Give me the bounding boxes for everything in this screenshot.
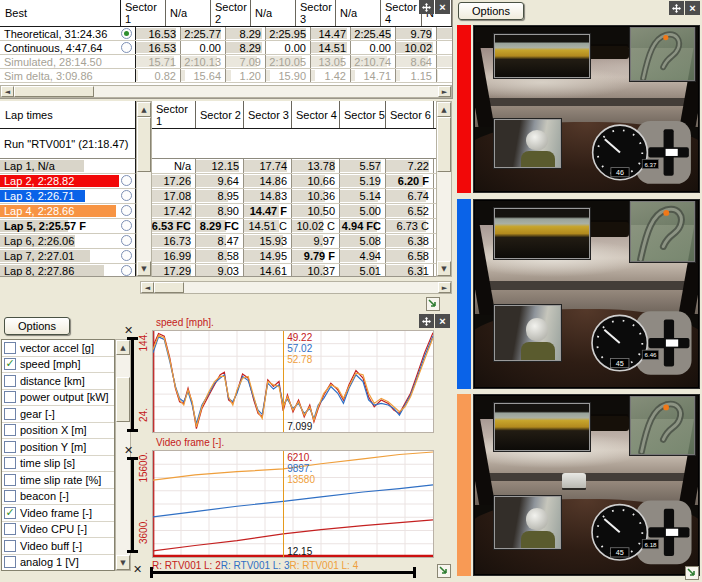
resize-grip-icon[interactable] [685, 566, 699, 580]
sector-cell: 2:10.74 [351, 55, 396, 68]
scroll-thumb[interactable] [14, 86, 94, 97]
checkbox[interactable] [4, 375, 16, 387]
lap-row[interactable]: Lap 2, 2:28.82 [0, 174, 136, 189]
radio-button[interactable] [121, 235, 132, 246]
lap-names-scrollbar[interactable]: ▲ ▼ [136, 101, 152, 277]
scroll-right-icon[interactable]: ► [438, 282, 451, 293]
value-bar [351, 70, 355, 81]
x-zoom-close-icon[interactable]: ✕ [133, 563, 142, 576]
checkbox[interactable] [4, 474, 16, 486]
best-row[interactable]: Continuous, 4:47.6416.530.008.290.0014.5… [0, 41, 452, 55]
axis-zoom-close-icon[interactable]: ✕ [124, 444, 133, 457]
lap-row[interactable]: Lap 3, 2:26.71 [0, 189, 136, 204]
scroll-up-icon[interactable]: ▲ [437, 102, 451, 117]
run-label-row[interactable]: Run "RTV001" (21:18.47) [0, 129, 136, 159]
scroll-up-icon[interactable]: ▲ [116, 340, 130, 355]
resize-grip-icon[interactable] [426, 297, 440, 311]
radio-button[interactable] [121, 250, 132, 261]
best-row-label: Sim delta, 3:09.86 [0, 69, 136, 82]
lap-row[interactable]: Lap 8, 2:27.86 [0, 264, 136, 277]
scroll-down-icon[interactable]: ▼ [437, 261, 451, 276]
channel-row[interactable]: gear [-] [2, 406, 114, 423]
channel-row[interactable]: time slip rate [%] [2, 472, 114, 489]
video-frame[interactable]: 46 6.37 [473, 25, 700, 193]
channel-row[interactable]: beacon [-] [2, 489, 114, 506]
close-panel-icon[interactable]: × [435, 314, 450, 328]
channel-row[interactable]: power output [kW] [2, 390, 114, 407]
scroll-thumb[interactable] [437, 117, 451, 172]
scroll-right-icon[interactable]: ► [438, 86, 451, 97]
chart-cursor[interactable] [283, 331, 284, 432]
checkbox[interactable] [4, 556, 16, 568]
chart-cursor[interactable] [283, 451, 284, 557]
sector-cell: 2: [437, 55, 453, 68]
scroll-thumb[interactable] [154, 282, 184, 293]
scroll-down-icon[interactable]: ▼ [116, 555, 130, 570]
speed-y-zoom-bar[interactable] [131, 337, 134, 432]
lap-row[interactable]: Lap 6, 2:26.06 [0, 234, 136, 249]
move-panel-icon[interactable] [419, 0, 434, 14]
lap-table-scrollbar[interactable]: ▲ ▼ [436, 101, 452, 277]
radio-button[interactable] [121, 205, 132, 216]
checkbox[interactable] [4, 391, 16, 403]
radio-button[interactable] [121, 220, 132, 231]
channel-row[interactable]: analog 1 [V] [2, 555, 114, 572]
x-zoom-bar[interactable] [150, 571, 416, 574]
scroll-thumb[interactable] [137, 117, 151, 172]
checkbox[interactable]: ✓ [4, 358, 16, 370]
channel-row[interactable]: Video buff [-] [2, 538, 114, 555]
radio-button[interactable] [121, 42, 132, 53]
channel-row[interactable]: ✓Video frame [-] [2, 505, 114, 522]
channel-row[interactable]: time slip [s] [2, 456, 114, 473]
scroll-down-icon[interactable]: ▼ [137, 261, 151, 276]
checkbox[interactable] [4, 490, 16, 502]
videoframe-chart-title: Video frame [-]. [156, 437, 224, 448]
column-header: Sector 1 [121, 0, 166, 26]
scroll-left-icon[interactable]: ◄ [1, 86, 14, 97]
radio-button[interactable] [121, 175, 132, 186]
close-panel-icon[interactable]: × [685, 1, 700, 15]
lap-row[interactable]: Lap 7, 2:27.01 [0, 249, 136, 264]
move-panel-icon[interactable] [669, 1, 684, 15]
checkbox[interactable] [4, 408, 16, 420]
axis-zoom-close-icon[interactable]: ✕ [124, 324, 133, 337]
checkbox[interactable]: ✓ [4, 507, 16, 519]
channel-row[interactable]: vector accel [g] [2, 340, 114, 357]
channel-row[interactable]: distance [km] [2, 373, 114, 390]
channel-row[interactable]: Video CPU [-] [2, 522, 114, 539]
speed-chart-plot[interactable]: 49.2257.0252.787.099 [152, 330, 434, 433]
channel-row[interactable]: position Y [m] [2, 439, 114, 456]
best-row[interactable]: Sim delta, 3:09.860.8215.641.2015.901.42… [0, 69, 452, 83]
best-row[interactable]: Theoretical, 31:24.3616.532:25.778.292:2… [0, 27, 452, 41]
radio-button[interactable] [121, 28, 132, 39]
scroll-thumb[interactable] [116, 377, 130, 422]
scroll-up-icon[interactable]: ▲ [137, 102, 151, 117]
best-h-scrollbar[interactable]: ◄ ► [0, 85, 452, 98]
radio-button[interactable] [121, 265, 132, 276]
videoframe-y-zoom-bar[interactable] [131, 457, 134, 553]
checkbox[interactable] [4, 424, 16, 436]
scroll-left-icon[interactable]: ◄ [141, 282, 154, 293]
lap-h-scrollbar[interactable]: ◄ ► [140, 281, 452, 294]
channel-row[interactable]: position X [m] [2, 423, 114, 440]
graph-options-button[interactable]: Options [4, 317, 70, 335]
checkbox[interactable] [4, 441, 16, 453]
video-options-button[interactable]: Options [458, 2, 524, 20]
sector-cell: 0.82 [136, 69, 181, 82]
close-panel-icon[interactable]: × [435, 0, 450, 14]
channel-row[interactable]: ✓speed [mph] [2, 357, 114, 374]
checkbox[interactable] [4, 457, 16, 469]
best-row[interactable]: Simulated, 28:14.5015.712:10.137.092:10.… [0, 55, 452, 69]
lap-row[interactable]: Lap 5, 2:25.57 F [0, 219, 136, 234]
lap-row[interactable]: Lap 1, N/a [0, 159, 136, 174]
checkbox[interactable] [4, 540, 16, 552]
lap-row[interactable]: Lap 4, 2:28.66 [0, 204, 136, 219]
checkbox[interactable] [4, 342, 16, 354]
video-frame[interactable]: 45 6.18 [473, 394, 700, 576]
resize-grip-icon[interactable] [437, 564, 451, 578]
radio-button[interactable] [121, 190, 132, 201]
videoframe-chart-plot[interactable]: 6210.9897.1358012.15 [152, 450, 434, 558]
checkbox[interactable] [4, 523, 16, 535]
move-panel-icon[interactable] [419, 314, 434, 328]
video-frame[interactable]: 45 6.46 [473, 199, 700, 389]
